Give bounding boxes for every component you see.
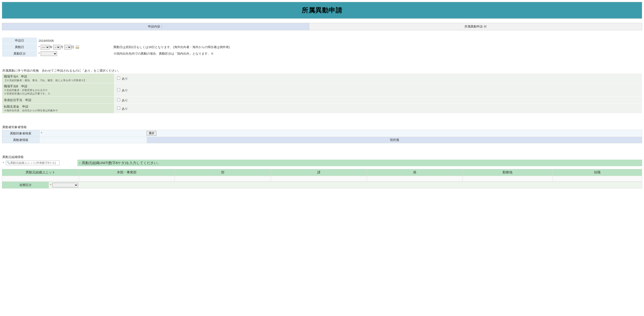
day-suffix: 日 [71,45,74,49]
month-select[interactable]: -- [53,45,60,49]
allowance-a-sub: 【※支給対象者：暑熱、寒冷、汚れ、騒音、粉じん等を伴う作業者※】 [4,79,112,82]
relocation-sub: ※海外出向者、出向先からの帰任者は対象外※ [4,109,112,112]
transfer-category-label: 異動区分 [2,50,37,57]
day-select[interactable]: -- [64,45,71,49]
col-org-unit: 異動元組織ユニット [2,169,79,176]
allowance-b-label: 職場手当B 申請 [4,84,112,88]
content-header-left: 申請内容： [2,23,309,30]
table-row [271,176,367,181]
year-suffix: 年 [50,45,52,49]
tanshin-checkbox-label[interactable]: あり [116,99,128,102]
content-header: 申請内容： 所属異動申請 付 [2,23,642,30]
current-affiliation-header: 現所属 [147,137,642,143]
allowance-b-checkbox-label[interactable]: あり [116,88,128,92]
allowance-b-checkbox[interactable] [117,88,120,91]
relocation-checkbox[interactable] [117,107,120,110]
table-row [367,176,463,181]
work-class-row: 就業区分 * [2,181,642,188]
allowance-b-sub2: ※営業所所属の方は申請は不要です。※ [4,92,112,95]
allowance-a-checkbox[interactable] [117,77,120,80]
allowance-a-checkbox-label[interactable]: あり [116,77,128,80]
associated-applications-header: 所属異動に伴う申請の有無 合わせてご申請されるものに「あり」をご選択ください。 [2,69,642,73]
tanshin-label: 単身赴任手当 申請 [4,98,112,102]
work-class-label: 就業区分 [2,182,49,188]
required-mark: * [50,183,52,187]
month-suffix: 月 [60,45,63,49]
col-kakari: 係 [367,169,463,176]
col-yakushoku: 役職 [552,169,642,176]
col-honbu: 本部・事業部 [79,169,175,176]
required-mark: * [38,45,40,49]
application-date-label: 申請日 [2,38,37,44]
content-header-right: 所属異動申請 付 [309,23,642,30]
col-bu: 部 [175,169,271,176]
relocation-label: 転勤支度金 申請 [4,105,112,109]
page-title: 所属異動申請 [2,2,642,19]
tanshin-checkbox[interactable] [117,98,120,101]
required-mark: * [41,131,42,135]
transfer-category-select[interactable] [41,51,57,56]
org-source-unit-input[interactable] [6,160,60,165]
allowance-b-sub1: ※支給対象者：外勤営業をされる方※ [4,88,112,92]
allowance-a-label: 職場手当A 申請 [4,74,112,79]
table-row [463,176,552,181]
relocation-checkbox-label[interactable]: あり [116,107,128,110]
work-class-select[interactable] [52,183,78,187]
transferee-table: 異動対象者検索 * 選択 異動者情報 現所属 [2,130,642,143]
org-source-instruction: ←異動元組織UNIT(数字8ケタ)を入力してください。 [77,160,642,166]
required-mark: * [3,161,4,165]
table-row [175,176,271,181]
select-transferee-button[interactable]: 選択 [146,131,156,136]
transferee-info-label: 異動者情報 [2,137,40,143]
org-source-columns-table: 異動元組織ユニット 本部・事業部 部 課 係 勤務地 役職 [2,169,642,181]
calendar-icon[interactable] [76,45,79,49]
col-kinmuchi: 勤務地 [463,169,552,176]
required-mark: * [38,52,40,55]
transferee-info-cell [40,137,147,143]
transferee-section-header: 異動者対象者情報 [2,125,642,129]
transfer-date-note: 異動日は原則1日もしくは16日となります。(海外出向者・海外からの帰任者は例外有… [112,44,642,50]
org-source-section-header: 異動元組織情報 [2,155,642,159]
col-ka: 課 [271,169,367,176]
table-row [2,176,79,181]
year-select[interactable]: ---- [41,45,50,49]
table-row [552,176,642,181]
transfer-date-label: 異動日 [2,44,37,50]
transferee-search-label: 異動対象者検索 [2,130,40,137]
application-date-value: 2019/05/06 [37,38,112,44]
org-source-input-row: * ←異動元組織UNIT(数字8ケタ)を入力してください。 [2,160,642,166]
associated-applications-table: 職場手当A 申請 【※支給対象者：暑熱、寒冷、汚れ、騒音、粉じん等を伴う作業者※… [2,73,642,113]
basic-info-table: 申請日 2019/05/06 異動日 * ----年 --月 --日 異動日は原… [2,37,642,57]
table-row [79,176,175,181]
transfer-category-note: ※国内出向先内での異動の場合、異動区分は「国内出向」となります。※ [112,50,642,57]
